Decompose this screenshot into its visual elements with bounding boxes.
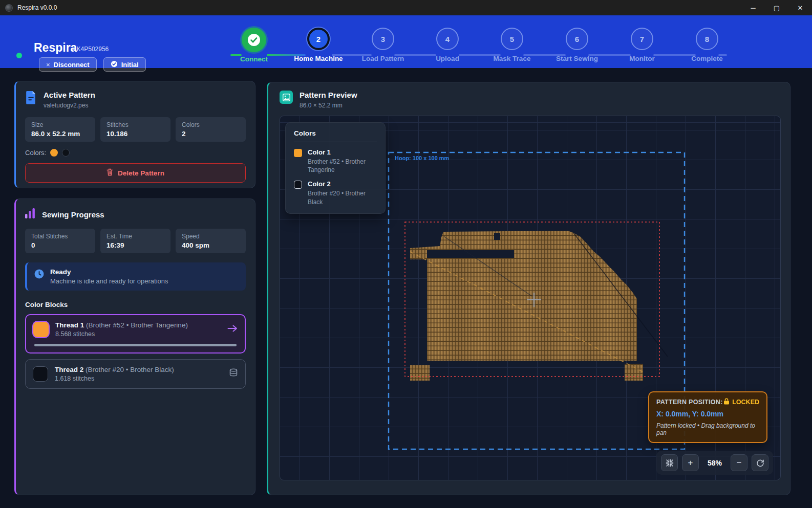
- thread-detail: (Brother #52 • Brother Tangerine): [86, 321, 188, 329]
- zoom-toolbar: + 58% −: [656, 451, 773, 475]
- step-start-sewing[interactable]: 6 Start Sewing: [549, 28, 605, 62]
- thread-detail: (Brother #20 • Brother Black): [86, 366, 174, 373]
- step-label: Complete: [691, 55, 723, 62]
- thread-2-row[interactable]: Thread 2 (Brother #20 • Brother Black) 1…: [25, 359, 246, 389]
- compress-icon: [666, 459, 674, 467]
- step-label: Home Machine: [294, 55, 343, 62]
- pattern-position-overlay: PATTERN POSITION: LOCKED X: 0.0mm, Y: 0.…: [648, 391, 767, 443]
- colors-label: Colors:: [25, 149, 46, 157]
- legend-color-brand: Brother #52 • Brother Tangerine: [308, 158, 377, 174]
- preview-title: Pattern Preview: [300, 91, 357, 99]
- step-label: Start Sewing: [556, 55, 598, 62]
- database-icon: [229, 368, 238, 380]
- window-title: Respira v0.0.0: [17, 4, 57, 11]
- thread-1-row[interactable]: Thread 1 (Brother #52 • Brother Tangerin…: [25, 314, 246, 354]
- status-text: Machine is idle and ready for operations: [50, 277, 168, 285]
- pattern-coordinates: X: 0.0mm, Y: 0.0mm: [656, 410, 759, 418]
- thread-1-stitches: 8.568 stitches: [55, 330, 188, 338]
- preview-dimensions: 86.0 × 52.2 mm: [300, 102, 357, 109]
- step-number: 8: [705, 35, 709, 43]
- minimize-button[interactable]: ─: [741, 0, 765, 15]
- fit-view-button[interactable]: [661, 454, 678, 471]
- legend-color-brand: Brother #20 • Brother Black: [308, 189, 377, 206]
- step-mask-trace[interactable]: 5 Mask Trace: [484, 28, 540, 62]
- step-complete[interactable]: 8 Complete: [679, 28, 735, 62]
- legend-swatch-orange: [294, 149, 302, 157]
- maximize-icon: ▢: [774, 4, 780, 12]
- maximize-button[interactable]: ▢: [765, 0, 788, 15]
- step-number: 4: [445, 35, 450, 43]
- thread-name: Thread 1: [55, 321, 84, 329]
- step-number: 5: [510, 35, 514, 43]
- status-title: Ready: [50, 268, 168, 276]
- close-button[interactable]: ✕: [788, 0, 812, 15]
- stat-label: Size: [31, 121, 89, 128]
- color-swatch-orange: [50, 149, 58, 157]
- lock-icon: [723, 398, 730, 406]
- step-upload[interactable]: 4 Upload: [419, 28, 476, 62]
- stat-label: Stitches: [106, 121, 164, 128]
- trash-icon: [106, 168, 113, 178]
- step-number: 3: [381, 35, 385, 43]
- plus-icon: +: [688, 458, 693, 468]
- zoom-level: 58%: [703, 459, 726, 467]
- sewing-progress-card: Sewing Progress Total Stitches 0 Est. Ti…: [14, 198, 255, 495]
- legend-swatch-black: [294, 181, 302, 189]
- color-swatch-black: [62, 149, 70, 157]
- active-pattern-title: Active Pattern: [44, 91, 95, 99]
- step-complete-check-icon: [242, 28, 266, 52]
- stat-label: Colors: [182, 121, 240, 128]
- pattern-filename: valetudogv2.pes: [44, 102, 95, 109]
- legend-entry-color-1: Color 1 Brother #52 • Brother Tangerine: [294, 148, 377, 174]
- clock-icon: [34, 269, 44, 281]
- stat-value: 400 spm: [182, 241, 240, 249]
- delete-pattern-button[interactable]: Delete Pattern: [25, 163, 246, 183]
- step-number: 6: [575, 35, 579, 43]
- reset-view-button[interactable]: [752, 454, 768, 471]
- thread-name: Thread 2: [55, 366, 83, 373]
- legend-color-name: Color 1: [308, 148, 377, 156]
- stat-value: 0: [31, 241, 89, 249]
- stat-value: 10.186: [106, 130, 164, 138]
- sewing-progress-title: Sewing Progress: [42, 210, 104, 219]
- thread-1-color-swatch: [33, 322, 49, 337]
- minus-icon: −: [737, 458, 742, 468]
- step-home-machine[interactable]: 2 Home Machine: [290, 28, 347, 62]
- file-icon: [25, 91, 37, 106]
- embroidery-pattern: [410, 231, 668, 381]
- stat-colors: Colors 2: [176, 117, 246, 142]
- legend-color-name: Color 2: [308, 180, 377, 188]
- step-monitor[interactable]: 7 Monitor: [614, 28, 670, 62]
- step-label: Load Pattern: [362, 55, 404, 62]
- hoop-label: Hoop: 100 x 100 mm: [395, 155, 449, 161]
- stat-est-time: Est. Time 16:39: [100, 229, 170, 253]
- stat-label: Total Stitches: [31, 233, 89, 240]
- bar-chart-icon: [25, 208, 35, 220]
- app-icon: [5, 4, 13, 12]
- machine-status-banner: Ready Machine is idle and ready for oper…: [25, 262, 246, 291]
- step-connect[interactable]: Connect: [226, 28, 282, 63]
- zoom-out-button[interactable]: −: [731, 454, 747, 471]
- preview-canvas[interactable]: Hoop: 100 x 100 mm Colors Color 1 Brothe…: [280, 116, 781, 480]
- locked-label: LOCKED: [732, 399, 759, 406]
- step-label: Monitor: [629, 55, 655, 62]
- title-bar: Respira v0.0.0 ─ ▢ ✕: [0, 0, 812, 15]
- colors-legend: Colors Color 1 Brother #52 • Brother Tan…: [285, 122, 386, 214]
- legend-title: Colors: [294, 129, 377, 142]
- stat-speed: Speed 400 spm: [176, 229, 246, 253]
- legend-entry-color-2: Color 2 Brother #20 • Brother Black: [294, 180, 377, 206]
- step-load-pattern[interactable]: 3 Load Pattern: [355, 28, 411, 62]
- step-label: Upload: [436, 55, 459, 62]
- step-label: Connect: [240, 55, 268, 63]
- thread-1-progress-bar: [34, 344, 237, 346]
- step-label: Mask Trace: [494, 55, 531, 62]
- close-icon: ✕: [798, 4, 803, 12]
- stat-value: 2: [182, 130, 240, 138]
- stat-label: Speed: [182, 233, 240, 240]
- pattern-preview-card: Pattern Preview 86.0 × 52.2 mm: [267, 82, 790, 495]
- minimize-icon: ─: [751, 4, 755, 12]
- delete-pattern-label: Delete Pattern: [118, 169, 164, 177]
- zoom-in-button[interactable]: +: [682, 454, 699, 471]
- pattern-position-label: PATTERN POSITION:: [656, 399, 723, 406]
- step-number: 7: [640, 35, 644, 43]
